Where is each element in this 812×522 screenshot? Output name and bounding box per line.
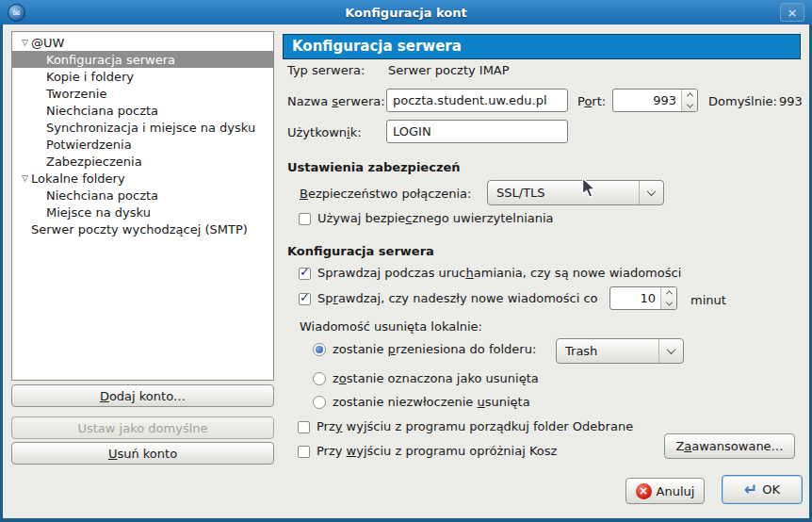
page-title: Konfiguracja serwera: [283, 34, 801, 59]
trash-folder-dropdown[interactable]: Trash: [556, 338, 684, 364]
check-icon: ✓: [300, 265, 310, 280]
check-icon: ✓: [300, 290, 310, 305]
twisty-icon[interactable]: ▽: [19, 173, 31, 183]
remove-account-label: Usuń konto: [108, 447, 177, 461]
close-button[interactable]: ×: [780, 3, 804, 22]
security-section-title: Ustawienia zabezpieczeń: [287, 160, 461, 175]
check-interval-unit: minut: [690, 293, 726, 308]
cleanup-inbox-checkbox[interactable]: [298, 421, 310, 433]
interval-spin-up[interactable]: [661, 287, 676, 299]
ok-label: OK: [762, 482, 780, 497]
tree-item-label: Niechciana poczta: [46, 188, 158, 203]
add-account-button[interactable]: Dodaj konto…: [11, 384, 274, 407]
radio-mark-row: zostanie oznaczona jako usunięta: [313, 371, 539, 386]
tree-item-label: Niechciana poczta: [46, 104, 158, 118]
set-default-button[interactable]: Ustaw jako domyślne: [11, 416, 274, 439]
tree-item-label: Miejsce na dysku: [46, 205, 151, 220]
empty-trash-row: Przy wyjściu z programu opróżniaj Kosz: [298, 444, 557, 459]
dialog-content: ▽@UWKonfiguracja serweraKopie i folderyT…: [3, 24, 809, 518]
port-default-label: Domyślnie:: [708, 94, 777, 109]
cleanup-inbox-row: Przy wyjściu z programu porządkuj folder…: [298, 419, 633, 434]
remove-account-button[interactable]: Usuń konto: [11, 442, 274, 465]
server-name-label: Nazwa serwera:: [287, 94, 385, 109]
empty-trash-checkbox[interactable]: [298, 446, 310, 458]
check-startup-checkbox[interactable]: ✓: [299, 268, 311, 280]
cleanup-inbox-label: Przy wyjściu z programu porządkuj folder…: [317, 419, 633, 434]
cancel-x-icon: ×: [636, 483, 652, 499]
tree-item-label: Zabezpieczenia: [46, 155, 142, 169]
check-startup-row: ✓ Sprawdzaj podczas uruchamiania, czy są…: [299, 266, 681, 281]
mouse-cursor: [581, 177, 598, 201]
check-startup-label: Sprawdzaj podczas uruchamiania, czy są n…: [317, 266, 681, 281]
mark-deleted-radio[interactable]: [313, 372, 326, 385]
chevron-down-icon: [686, 101, 692, 107]
chevron-down-icon: [665, 299, 672, 305]
tree-item[interactable]: Zabezpieczenia: [12, 153, 273, 170]
advanced-label: Zaawansowane…: [675, 439, 783, 453]
deleted-local-label: Wiadomość usunięta lokalnie:: [300, 319, 482, 334]
check-interval-spinner[interactable]: 10: [609, 286, 677, 310]
account-tree: ▽@UWKonfiguracja serweraKopie i folderyT…: [11, 31, 274, 381]
tree-item-label: Lokalne foldery: [31, 171, 125, 186]
tree-item[interactable]: Serwer poczty wychodzącej (SMTP): [12, 220, 273, 237]
dropdown-arrow[interactable]: [639, 181, 663, 204]
tree-item[interactable]: Potwierdzenia: [12, 136, 273, 153]
tree-item[interactable]: ▽Lokalne foldery: [12, 170, 273, 187]
port-value[interactable]: 993: [613, 90, 681, 111]
tree-item[interactable]: Miejsce na dysku: [12, 204, 273, 220]
tree-item[interactable]: Tworzenie: [12, 85, 273, 102]
ok-button[interactable]: ↵ OK: [722, 475, 803, 504]
tree-item-label: Synchronizacja i miejsce na dysku: [46, 121, 255, 135]
account-settings-window: ✉ Konfiguracja kont × ▽@UWKonfiguracja s…: [0, 0, 812, 522]
connection-security-dropdown[interactable]: SSL/TLS: [487, 180, 664, 205]
secure-auth-row: Używaj bezpiecznego uwierzytelniania: [299, 211, 554, 226]
check-interval-value[interactable]: 10: [610, 287, 660, 309]
close-icon: ×: [788, 6, 798, 20]
username-label: Użytkownik:: [287, 125, 362, 140]
port-spin-up[interactable]: [682, 90, 697, 101]
radio-remove-row: zostanie niezwłoczenie usunięta: [313, 395, 530, 410]
tree-item-label: Potwierdzenia: [46, 138, 132, 152]
secure-auth-checkbox[interactable]: [299, 213, 311, 225]
remove-immediately-label: zostanie niezwłoczenie usunięta: [333, 395, 530, 410]
server-name-input[interactable]: [386, 89, 568, 112]
port-spin-down[interactable]: [682, 101, 697, 112]
cancel-label: Anuluj: [657, 484, 695, 498]
remove-immediately-radio[interactable]: [313, 396, 326, 409]
tree-item[interactable]: Synchronizacja i miejsce na dysku: [12, 119, 273, 136]
trash-folder-value: Trash: [557, 344, 658, 358]
tree-item[interactable]: Niechciana poczta: [12, 187, 273, 204]
tree-item[interactable]: Niechciana poczta: [12, 102, 273, 119]
tree-item-label: @UW: [31, 36, 64, 50]
interval-spin-down[interactable]: [661, 299, 676, 310]
twisty-icon[interactable]: ▽: [19, 38, 31, 47]
cancel-button[interactable]: × Anuluj: [625, 478, 705, 504]
dropdown-arrow[interactable]: [658, 339, 683, 363]
server-type-value: Serwer poczty IMAP: [388, 63, 510, 78]
set-default-label: Ustaw jako domyślne: [77, 421, 207, 435]
connection-security-value: SSL/TLS: [488, 186, 639, 200]
window-title: Konfiguracja kont: [0, 6, 812, 20]
chevron-up-icon: [665, 291, 672, 298]
chevron-down-icon: [667, 345, 676, 354]
add-account-label: Dodaj konto…: [100, 389, 186, 403]
port-spinner[interactable]: 993: [612, 89, 698, 112]
username-input[interactable]: [386, 120, 568, 143]
empty-trash-label: Przy wyjściu z programu opróżniaj Kosz: [317, 444, 557, 459]
server-section-title: Konfiguracja serwera: [287, 244, 434, 259]
return-arrow-icon: ↵: [744, 481, 757, 498]
port-default-value: 993: [779, 94, 803, 109]
connection-security-label: Bezpieczeństwo połączenia:: [300, 187, 471, 202]
secure-auth-label: Używaj bezpiecznego uwierzytelniania: [317, 211, 554, 226]
check-interval-row: ✓ Sprawdzaj, czy nadeszły nowe wiadomośc…: [299, 291, 598, 306]
chevron-up-icon: [686, 93, 692, 100]
titlebar[interactable]: ✉ Konfiguracja kont ×: [0, 0, 812, 24]
check-interval-checkbox[interactable]: ✓: [299, 293, 311, 305]
advanced-button[interactable]: Zaawansowane…: [664, 433, 795, 459]
tree-item-label: Serwer poczty wychodzącej (SMTP): [31, 222, 248, 237]
tree-item[interactable]: Konfiguracja serwera: [12, 51, 273, 68]
server-type-label: Typ serwera:: [287, 63, 365, 78]
tree-item[interactable]: Kopie i foldery: [12, 68, 273, 85]
tree-item[interactable]: ▽@UW: [12, 34, 273, 51]
move-to-folder-radio[interactable]: [313, 343, 326, 356]
